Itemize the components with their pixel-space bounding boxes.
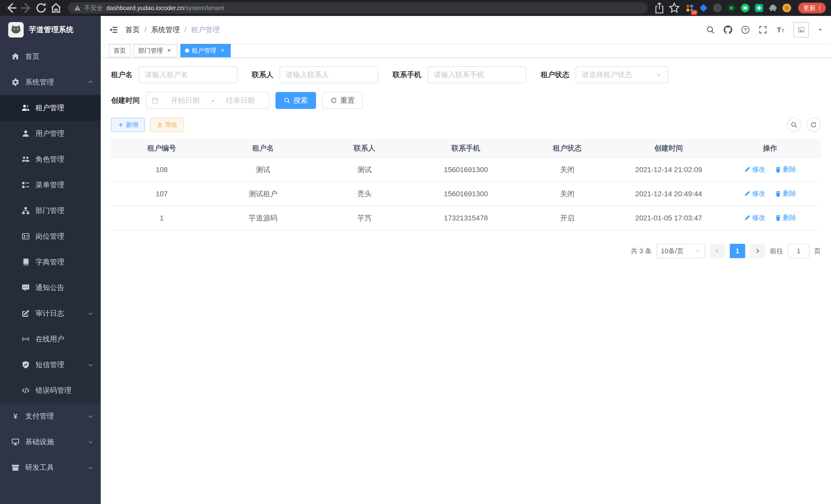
search-button[interactable]: 搜索: [276, 92, 316, 109]
browser-back-button[interactable]: [5, 2, 18, 14]
chrome-update-button[interactable]: 更新: [798, 3, 826, 13]
sidebar-item-notice[interactable]: 通知公告: [0, 275, 101, 301]
page-number-1[interactable]: 1: [730, 244, 745, 258]
extension-icon-dark-green[interactable]: [727, 3, 736, 12]
toggle-search-button[interactable]: [787, 118, 801, 132]
browser-profile-avatar[interactable]: [782, 3, 792, 12]
page-size-select[interactable]: 10条/页: [656, 244, 705, 258]
delete-link[interactable]: 删除: [775, 189, 796, 198]
tab-2[interactable]: 租户管理×: [180, 44, 231, 57]
sidebar-item-audit[interactable]: 审计日志: [0, 301, 101, 326]
delete-link[interactable]: 删除: [775, 213, 796, 222]
help-icon[interactable]: ?: [741, 25, 750, 34]
browser-forward-button[interactable]: [20, 2, 32, 14]
sidebar-item-tenant[interactable]: 租户管理: [0, 95, 101, 121]
cell-status: 开启: [516, 206, 618, 230]
extension-icon-blue[interactable]: [699, 3, 708, 12]
add-button-label: 新增: [126, 121, 138, 129]
avatar[interactable]: [794, 22, 809, 37]
tenant-name-input[interactable]: [139, 66, 237, 83]
cell-id: 108: [111, 158, 212, 182]
tab-close-icon[interactable]: ×: [219, 47, 226, 54]
edit-link[interactable]: 修改: [744, 165, 766, 174]
column-header: 创建时间: [618, 139, 719, 158]
add-button[interactable]: 新增: [111, 118, 145, 132]
cell-created: 2021-01-05 17:03:47: [618, 206, 719, 230]
sidebar-item-user[interactable]: 用户管理: [0, 121, 101, 146]
export-button[interactable]: 导出: [150, 118, 184, 132]
sidebar-item-label: 通知公告: [35, 283, 64, 293]
sidebar-item-tools[interactable]: 研发工具: [0, 455, 101, 480]
refresh-table-button[interactable]: [806, 118, 821, 132]
bookmark-star-icon[interactable]: [668, 2, 681, 14]
edit-link[interactable]: 修改: [744, 189, 766, 198]
table-row: 107测试租户秃头15601691300关闭2021-12-14 20:49:4…: [111, 182, 821, 206]
pagination: 共 3 条 10条/页 1 前往 页: [111, 244, 821, 258]
sidebar-item-sms[interactable]: 短信管理: [0, 352, 101, 378]
header-search-icon[interactable]: [706, 25, 715, 34]
pay-icon: ¥: [11, 412, 20, 420]
contact-name-input[interactable]: [280, 66, 378, 83]
contact-mobile-input[interactable]: [428, 66, 526, 83]
sidebar-item-home[interactable]: 首页: [0, 44, 101, 69]
svg-text:¥: ¥: [13, 413, 17, 420]
sidebar-item-dict[interactable]: 字典管理: [0, 249, 101, 275]
gear-icon: [11, 78, 20, 86]
header-actions: ? TT: [706, 22, 823, 37]
search-icon: [791, 121, 797, 128]
sidebar-item-infra[interactable]: 基础设施: [0, 429, 101, 455]
extension-icon-colors[interactable]: 10: [685, 3, 694, 12]
user-menu-caret-icon[interactable]: [818, 27, 823, 32]
prev-page-button[interactable]: [710, 244, 725, 258]
sidebar-item-post[interactable]: 岗位管理: [0, 224, 101, 249]
delete-link[interactable]: 删除: [775, 165, 796, 174]
start-date-placeholder: 开始日期: [162, 95, 208, 105]
tab-close-icon[interactable]: ×: [166, 47, 173, 54]
end-date-placeholder: 结束日期: [217, 95, 264, 105]
browser-reload-button[interactable]: [35, 2, 47, 14]
tab-0[interactable]: 首页: [109, 44, 131, 57]
font-size-icon[interactable]: TT: [776, 25, 785, 34]
create-time-range-picker[interactable]: 开始日期 - 结束日期: [146, 92, 269, 109]
edit-link[interactable]: 修改: [744, 213, 766, 222]
sidebar-collapse-button[interactable]: [109, 25, 118, 34]
extension-badge: 10: [691, 10, 697, 15]
sidebar-item-pay[interactable]: ¥支付管理: [0, 403, 101, 429]
sidebar-item-dept[interactable]: 部门管理: [0, 198, 101, 224]
reset-button[interactable]: 重置: [322, 92, 363, 109]
sidebar-item-menu[interactable]: 菜单管理: [0, 172, 101, 198]
trash-icon: [775, 190, 781, 197]
browser-menu-kebab-icon[interactable]: [816, 5, 823, 11]
extension-icon-green-chat[interactable]: [741, 3, 750, 12]
github-icon[interactable]: [724, 25, 732, 34]
url-path: /system/tenant: [184, 4, 224, 11]
sidebar-item-label: 支付管理: [25, 411, 54, 421]
sidebar-item-label: 字典管理: [35, 257, 64, 267]
goto-page-input[interactable]: [788, 244, 809, 258]
extension-icon-dark[interactable]: [713, 3, 722, 12]
breadcrumb-item[interactable]: 首页: [125, 25, 140, 35]
next-page-button[interactable]: [750, 244, 765, 258]
extension-icon-green-square[interactable]: [754, 3, 764, 12]
sidebar-item-errcode[interactable]: 错误码管理: [0, 378, 101, 403]
fullscreen-icon[interactable]: [758, 25, 767, 34]
extensions-puzzle-icon[interactable]: [768, 3, 778, 12]
tab-1[interactable]: 部门管理×: [134, 44, 177, 57]
sidebar-item-online[interactable]: 在线用户: [0, 326, 101, 352]
sidebar-item-role[interactable]: 角色管理: [0, 146, 101, 172]
sidebar-item-system[interactable]: 系统管理: [0, 69, 101, 95]
breadcrumb-item[interactable]: 系统管理: [151, 25, 180, 35]
sidebar-item-label: 菜单管理: [35, 180, 64, 190]
search-icon: [284, 97, 290, 104]
share-icon[interactable]: [653, 2, 665, 14]
status-placeholder: 请选择租户状态: [582, 70, 656, 80]
address-bar[interactable]: 不安全 dashboard.yudao.iocoder.cn/system/te…: [68, 2, 648, 13]
browser-home-button[interactable]: [50, 2, 62, 14]
tenant-status-select[interactable]: 请选择租户状态: [576, 66, 668, 83]
tenant-table: 租户编号租户名联系人联系手机租户状态创建时间操作 108测试测试15601691…: [111, 139, 821, 230]
cell-id: 107: [111, 182, 212, 206]
goto-label: 前往: [770, 246, 783, 256]
edit-icon: [744, 166, 751, 173]
sidebar-item-label: 错误码管理: [35, 386, 71, 395]
column-header: 租户名: [212, 139, 314, 158]
